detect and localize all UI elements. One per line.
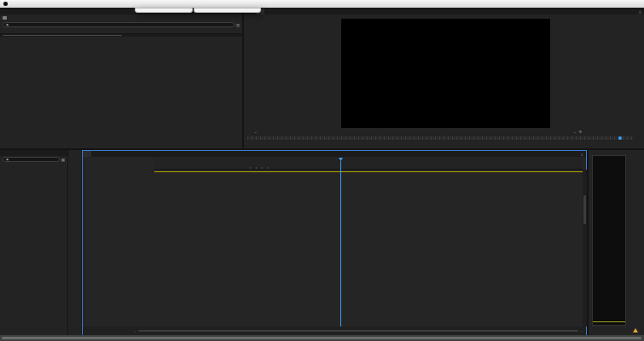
playhead-line[interactable] <box>340 161 341 327</box>
project-file-icon <box>3 16 7 20</box>
warning-icon <box>633 328 638 332</box>
program-playhead-dot[interactable] <box>618 136 622 140</box>
program-monitor-panel: ≡ ⌄ ⌄ ⚙ <box>244 9 644 148</box>
timeline-hscrollbar[interactable] <box>138 330 577 332</box>
in-out-filter-icon[interactable]: ▥ <box>236 23 240 27</box>
project-search-input[interactable] <box>3 22 235 27</box>
program-scrub-bar[interactable] <box>247 136 633 140</box>
premiere-pro-window: ▥ ≡ ⌄ ⌄ ⚙ <box>0 0 644 341</box>
macos-menu-bar <box>0 0 644 8</box>
project-column-headers[interactable] <box>0 28 242 34</box>
project-file-row[interactable] <box>0 14 242 21</box>
panel-menu-icon[interactable]: ≡ <box>639 9 641 14</box>
effects-panel: ▦ <box>0 150 67 335</box>
apple-icon[interactable] <box>3 2 8 6</box>
audio-meter-scale <box>628 155 643 326</box>
zoom-in-handle[interactable]: ○ <box>581 329 583 333</box>
zoom-out-handle[interactable]: ○ <box>134 329 136 333</box>
zoom-level-select[interactable]: ⌄ <box>254 130 258 134</box>
timeline-panel: ≡ ○ ○ <box>82 150 587 335</box>
workspaces-submenu <box>194 8 261 13</box>
project-panel-toolbar <box>0 37 242 43</box>
tools-panel <box>68 150 81 335</box>
tab-timeline-spot8[interactable] <box>83 151 91 157</box>
work-area-bar[interactable] <box>154 171 583 172</box>
menu-app-name[interactable] <box>10 0 15 8</box>
window-bottom-scrollbar[interactable] <box>0 335 644 341</box>
audio-meter-display <box>592 155 626 326</box>
search-icon <box>6 159 9 161</box>
project-panel: ▥ <box>0 9 242 148</box>
timeline-ruler[interactable] <box>154 157 583 170</box>
timeline-vscrollbar[interactable] <box>583 170 587 327</box>
program-monitor-info-right: ⌄ ⚙ <box>573 130 641 134</box>
audio-meters-panel <box>589 150 644 335</box>
playback-resolution-select[interactable]: ⌄ <box>573 130 577 134</box>
audio-meter-baseline <box>593 321 625 322</box>
panel-menu-icon[interactable]: ≡ <box>581 152 583 157</box>
project-hscrollbar[interactable] <box>0 34 242 37</box>
search-icon <box>6 24 9 26</box>
program-monitor-info-left: ⌄ <box>249 130 258 134</box>
window-menu <box>135 8 193 13</box>
timeline-zoom-row[interactable]: ○ ○ <box>83 327 586 335</box>
project-search-row: ▥ <box>0 21 242 28</box>
effects-panel-tabbar <box>0 150 67 156</box>
settings-wrench-icon[interactable]: ⚙ <box>579 130 583 134</box>
effects-search-input[interactable] <box>3 157 60 162</box>
effects-search-row: ▦ <box>0 156 67 163</box>
new-custom-bin-icon[interactable]: ▦ <box>61 158 65 162</box>
program-video-frame <box>341 19 550 128</box>
